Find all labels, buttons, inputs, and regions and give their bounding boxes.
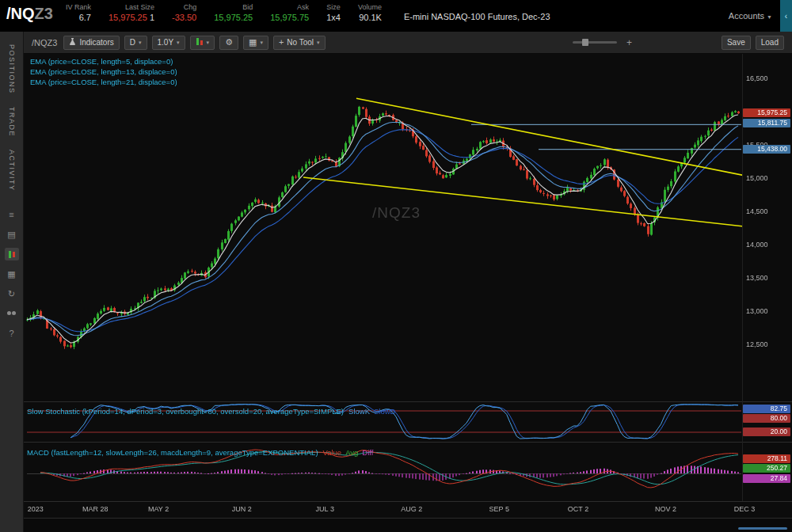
chevron-down-icon: ▾ [260, 40, 263, 46]
slowk-value-badge: 82.75 [743, 405, 790, 413]
last-size: 1 [150, 13, 154, 22]
flask-icon [69, 38, 76, 48]
collapse-panel-button[interactable]: ‹ [780, 0, 792, 32]
price-line2-badge: 15,438.00 [743, 145, 790, 154]
stat-volume: Volume 90.1K [358, 3, 382, 23]
zoom-slider[interactable] [573, 41, 617, 44]
last-price-badge: 15,975.25 [743, 108, 790, 117]
candle-glyph [13, 252, 15, 257]
macd-avg-badge: 250.27 [743, 464, 790, 473]
sidebar-tab-activity[interactable]: ACTIVITY [8, 150, 16, 192]
range-dropdown[interactable]: 1.0Y▾ [152, 36, 185, 50]
load-button[interactable]: Load [756, 36, 784, 50]
candlestick-icon [196, 38, 204, 47]
symbol-title: /NQZ3 [0, 0, 53, 23]
indicators-button[interactable]: Indicators [63, 36, 119, 50]
chevron-down-icon: ▾ [207, 40, 210, 46]
price-chart-canvas[interactable] [24, 54, 792, 518]
symbol-root: /NQ [6, 5, 35, 22]
stat-last-size: Last Size 15,975.25 1 [109, 3, 154, 23]
last-price: 15,975.25 [109, 13, 147, 22]
zoom-in-button[interactable]: + [626, 37, 632, 48]
sidebar-tab-positions[interactable]: POSITIONS [8, 44, 16, 94]
layout-dropdown[interactable]: ▦▾ [243, 36, 268, 50]
toolbar-symbol-label: /NQZ3 [32, 38, 57, 48]
left-sidebar: POSITIONS TRADE ACTIVITY ≡ ▤ ▦ ↻ ? [0, 32, 24, 532]
symbol-suffix: Z3 [35, 5, 53, 22]
accounts-dropdown[interactable]: Accounts▼ [729, 11, 772, 21]
price-line1-badge: 15,811.75 [743, 119, 790, 127]
header-right: Accounts▼ ‹ [729, 0, 792, 32]
sidebar-tab-trade[interactable]: TRADE [8, 107, 16, 137]
sidebar-icons: ≡ ▤ ▦ ↻ ? [5, 208, 19, 340]
zoom-slider-handle[interactable] [582, 39, 588, 46]
contract-description: E-mini NASDAQ-100 Futures, Dec-23 [404, 0, 550, 21]
save-button[interactable]: Save [722, 36, 751, 50]
header: /NQZ3 IV Rank 6.7 Last Size 15,975.25 1 … [0, 0, 792, 32]
history-icon[interactable]: ↻ [5, 287, 19, 300]
chevron-down-icon: ▼ [767, 14, 772, 20]
chart-settings-button[interactable]: ⚙ [219, 36, 238, 50]
drawing-tool-dropdown[interactable]: + No Tool ▾ [273, 36, 326, 50]
menu-lines-icon[interactable]: ≡ [5, 208, 19, 221]
stat-ask: Ask 15,975.75 [270, 3, 309, 23]
oversold-badge: 20.00 [743, 428, 790, 436]
document-icon[interactable]: ▤ [5, 228, 19, 241]
chevron-down-icon: ▾ [177, 40, 180, 46]
grid-icon[interactable]: ▦ [5, 268, 19, 280]
overbought-badge: 80.00 [743, 414, 790, 423]
macd-value-badge: 278.11 [743, 454, 790, 463]
stat-bid: Bid 15,975.25 [214, 3, 253, 23]
grid-layout-icon: ▦ [249, 38, 257, 47]
crosshair-icon: + [279, 38, 284, 47]
trading-platform: /NQZ3 IV Rank 6.7 Last Size 15,975.25 1 … [0, 0, 792, 532]
quote-stats: IV Rank 6.7 Last Size 15,975.25 1 Chg -3… [66, 0, 399, 23]
timeframe-dropdown[interactable]: D▾ [124, 36, 147, 50]
chart-icon[interactable] [5, 248, 19, 260]
chart-toolbar: /NQZ3 Indicators D▾ 1.0Y▾ ▾ ⚙ ▦▾ + No To… [24, 32, 792, 54]
users-icon[interactable] [5, 307, 19, 320]
stat-chg: Chg -33.50 [172, 3, 196, 23]
chart-type-dropdown[interactable]: ▾ [190, 36, 215, 50]
chart-panel: EMA (price=CLOSE, length=5, displace=0) … [24, 54, 792, 518]
chevron-down-icon: ▾ [317, 40, 320, 46]
users-glyph [6, 311, 17, 316]
scrollbar-thumb[interactable] [738, 527, 787, 530]
gear-icon: ⚙ [225, 38, 233, 47]
candle-glyph [9, 251, 11, 258]
chevron-left-icon: ‹ [785, 12, 787, 21]
chevron-down-icon: ▾ [139, 40, 142, 46]
bottom-scroll-strip [24, 518, 792, 532]
macd-diff-badge: 27.84 [743, 474, 790, 483]
help-icon[interactable]: ? [5, 327, 19, 340]
stat-size: Size 1x4 [326, 3, 341, 23]
stat-iv-rank: IV Rank 6.7 [66, 3, 91, 23]
